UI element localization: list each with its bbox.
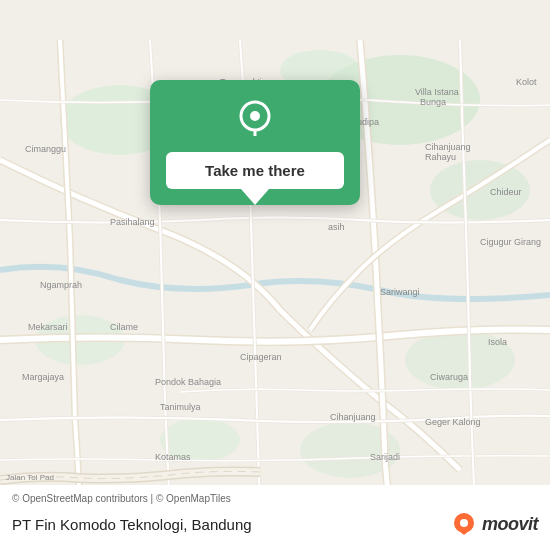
take-me-there-button[interactable]: Take me there bbox=[166, 152, 344, 189]
svg-text:Cihanjuang: Cihanjuang bbox=[425, 142, 471, 152]
moovit-icon bbox=[450, 510, 478, 538]
moovit-logo: moovit bbox=[450, 510, 538, 538]
svg-text:Kolot: Kolot bbox=[516, 77, 537, 87]
svg-text:Sariwangi: Sariwangi bbox=[380, 287, 420, 297]
svg-text:Kotamas: Kotamas bbox=[155, 452, 191, 462]
moovit-text: moovit bbox=[482, 514, 538, 535]
svg-text:Mekarsari: Mekarsari bbox=[28, 322, 68, 332]
svg-text:Cilame: Cilame bbox=[110, 322, 138, 332]
svg-text:Cimanggu: Cimanggu bbox=[25, 144, 66, 154]
location-name: PT Fin Komodo Teknologi, Bandung bbox=[12, 516, 252, 533]
svg-text:Margajaya: Margajaya bbox=[22, 372, 64, 382]
svg-text:Chideur: Chideur bbox=[490, 187, 522, 197]
map-container: Cimanggu Pasihalang Tugumukti Jambudipa … bbox=[0, 0, 550, 550]
svg-text:Cipageran: Cipageran bbox=[240, 352, 282, 362]
svg-text:Geger Kalong: Geger Kalong bbox=[425, 417, 481, 427]
popup-arrow bbox=[241, 189, 269, 205]
svg-text:Isola: Isola bbox=[488, 337, 507, 347]
svg-text:Pasihalang: Pasihalang bbox=[110, 217, 155, 227]
bottom-bar: © OpenStreetMap contributors | © OpenMap… bbox=[0, 485, 550, 550]
svg-text:asih: asih bbox=[328, 222, 345, 232]
svg-text:Cihanjuang: Cihanjuang bbox=[330, 412, 376, 422]
svg-text:Bunga: Bunga bbox=[420, 97, 446, 107]
svg-text:Villa Istana: Villa Istana bbox=[415, 87, 459, 97]
svg-text:Ngamprah: Ngamprah bbox=[40, 280, 82, 290]
svg-text:Tanimulya: Tanimulya bbox=[160, 402, 201, 412]
location-pin-icon bbox=[233, 98, 277, 142]
svg-text:Cigugur Girang: Cigugur Girang bbox=[480, 237, 541, 247]
svg-text:Sarijadi: Sarijadi bbox=[370, 452, 400, 462]
location-row: PT Fin Komodo Teknologi, Bandung moovit bbox=[12, 510, 538, 538]
svg-text:Pondok Bahagia: Pondok Bahagia bbox=[155, 377, 221, 387]
svg-point-41 bbox=[250, 111, 260, 121]
svg-text:Jalan Tol Pad: Jalan Tol Pad bbox=[6, 473, 54, 482]
svg-text:Rahayu: Rahayu bbox=[425, 152, 456, 162]
popup-overlay: Take me there bbox=[150, 80, 360, 205]
svg-point-43 bbox=[460, 519, 468, 527]
map-attribution: © OpenStreetMap contributors | © OpenMap… bbox=[12, 493, 538, 504]
svg-text:Ciwaruga: Ciwaruga bbox=[430, 372, 468, 382]
